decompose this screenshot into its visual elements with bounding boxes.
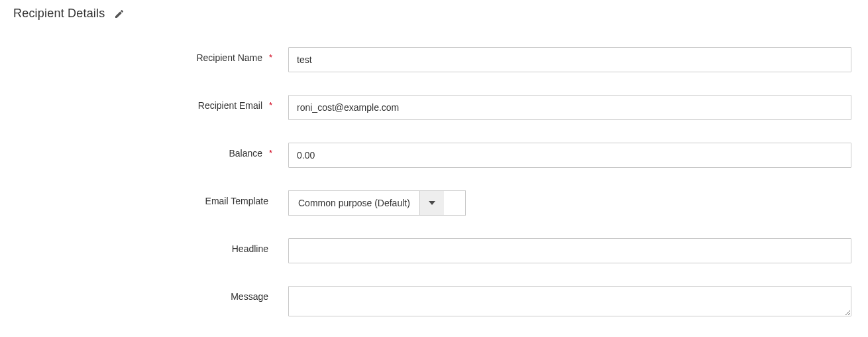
required-asterisk: * [269,148,272,158]
message-textarea[interactable] [288,286,851,316]
label-balance: Balance * [13,143,288,159]
row-message: Message [13,286,855,318]
row-recipient-name: Recipient Name * [13,47,855,72]
row-recipient-email: Recipient Email * [13,95,855,120]
label-text: Recipient Email [198,100,262,111]
required-asterisk: * [269,52,272,62]
recipient-details-section: Recipient Details Recipient Name * Recip… [0,0,868,337]
row-email-template: Email Template Common purpose (Default) [13,190,855,216]
label-message: Message [13,286,288,302]
headline-input[interactable] [288,238,851,263]
control-wrap: Common purpose (Default) [288,190,851,216]
edit-icon[interactable] [114,9,125,19]
required-asterisk: * [269,100,272,110]
control-wrap [288,95,851,120]
row-headline: Headline [13,238,855,263]
control-wrap [288,238,851,263]
label-recipient-email: Recipient Email * [13,95,288,111]
section-title: Recipient Details [13,7,105,21]
balance-input[interactable] [288,143,851,168]
control-wrap [288,143,851,168]
recipient-name-input[interactable] [288,47,851,72]
chevron-down-icon [429,201,435,205]
label-text: Balance [229,148,262,159]
email-template-select[interactable]: Common purpose (Default) [288,190,466,216]
label-text: Message [231,291,268,302]
row-balance: Balance * [13,143,855,168]
section-header: Recipient Details [13,7,855,21]
recipient-email-input[interactable] [288,95,851,120]
label-email-template: Email Template [13,190,288,206]
control-wrap [288,286,851,318]
select-value: Common purpose (Default) [289,191,419,215]
label-text: Recipient Name [196,52,262,63]
label-text: Email Template [205,196,268,206]
label-headline: Headline [13,238,288,254]
label-recipient-name: Recipient Name * [13,47,288,63]
select-dropdown-button[interactable] [419,191,444,215]
control-wrap [288,47,851,72]
label-text: Headline [232,243,268,254]
